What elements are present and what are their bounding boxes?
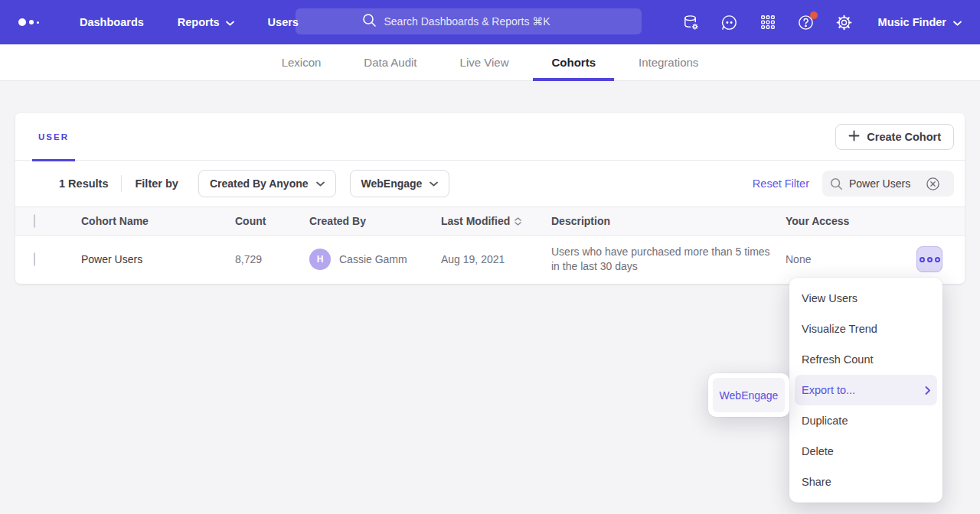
chevron-down-icon <box>953 16 962 28</box>
menu-item-view-users[interactable]: View Users <box>789 283 942 314</box>
plus-icon <box>848 130 860 144</box>
table-row[interactable]: Power Users 8,729 H Cassie Gamm Aug 19, … <box>15 236 965 283</box>
integration-dropdown[interactable]: WebEngage <box>350 170 450 197</box>
filter-by-label: Filter by <box>135 177 178 190</box>
nav-item-dashboards[interactable]: Dashboards <box>80 16 144 28</box>
table-header: Cohort Name Count Created By Last Modifi… <box>15 207 965 236</box>
select-all-checkbox[interactable] <box>34 214 35 228</box>
card-header: USER Create Cohort <box>15 113 965 161</box>
nav-item-reports[interactable]: Reports <box>178 16 234 28</box>
navbar-actions: Music Finder <box>682 13 962 31</box>
created-by-dropdown[interactable]: Created By Anyone <box>198 170 336 197</box>
search-icon <box>830 177 843 190</box>
row-actions-menu: View Users Visualize Trend Refresh Count… <box>789 278 942 503</box>
description-cell: Users who have purchased more than 5 tim… <box>551 245 786 274</box>
tab-integrations[interactable]: Integrations <box>637 44 700 81</box>
project-name: Music Finder <box>878 16 946 28</box>
col-header-count: Count <box>235 215 309 227</box>
chevron-down-icon <box>430 181 438 187</box>
menu-item-duplicate[interactable]: Duplicate <box>789 405 942 436</box>
integration-dropdown-value: WebEngage <box>361 177 423 190</box>
menu-item-visualize-trend[interactable]: Visualize Trend <box>789 314 942 344</box>
tab-live-view[interactable]: Live View <box>459 44 511 81</box>
nav-item-users-label: Users <box>268 16 299 28</box>
tab-cohorts[interactable]: Cohorts <box>550 44 597 81</box>
tab-lexicon[interactable]: Lexicon <box>280 44 323 81</box>
divider <box>121 175 122 192</box>
nav-item-dashboards-label: Dashboards <box>80 16 144 28</box>
help-icon[interactable] <box>797 13 815 31</box>
messages-icon[interactable] <box>720 13 739 31</box>
created-by-dropdown-value: Created By Anyone <box>210 177 309 190</box>
menu-item-delete[interactable]: Delete <box>789 436 942 467</box>
created-by-cell: H Cassie Gamm <box>309 249 441 270</box>
avatar: H <box>309 249 331 270</box>
sort-icon[interactable] <box>514 217 521 226</box>
search-icon <box>362 13 377 31</box>
export-submenu: WebEngage <box>708 373 789 417</box>
menu-item-share[interactable]: Share <box>789 467 942 497</box>
nav-item-users[interactable]: Users <box>268 16 299 28</box>
chevron-right-icon <box>925 386 930 395</box>
notification-badge <box>810 11 818 19</box>
cohort-search[interactable] <box>822 171 954 197</box>
primary-nav: Dashboards Reports Users <box>80 16 299 28</box>
reset-filter-link[interactable]: Reset Filter <box>753 177 809 190</box>
count-cell: 8,729 <box>235 253 309 265</box>
create-cohort-button[interactable]: Create Cohort <box>835 124 954 150</box>
section-tabs: Lexicon Data Audit Live View Cohorts Int… <box>0 44 980 81</box>
chevron-down-icon <box>226 16 234 28</box>
clear-search-icon[interactable] <box>926 177 940 191</box>
col-header-description: Description <box>551 214 786 229</box>
global-search-input[interactable] <box>384 15 576 28</box>
data-management-icon[interactable] <box>682 13 701 31</box>
menu-item-export-to[interactable]: Export to... <box>795 375 937 405</box>
row-actions-button[interactable] <box>916 246 942 272</box>
results-count: 1 Results <box>59 177 108 190</box>
col-header-last-modified-label: Last Modified <box>441 215 510 227</box>
create-cohort-label: Create Cohort <box>867 131 941 143</box>
cohort-search-input[interactable] <box>849 177 920 190</box>
mixpanel-logo-icon[interactable] <box>18 18 54 26</box>
col-header-last-modified[interactable]: Last Modified <box>441 215 551 227</box>
row-checkbox[interactable] <box>34 252 35 266</box>
col-header-your-access: Your Access <box>786 215 916 227</box>
tab-data-audit[interactable]: Data Audit <box>362 44 418 81</box>
submenu-item-webengage[interactable]: WebEngage <box>713 378 785 412</box>
settings-icon[interactable] <box>835 13 854 31</box>
access-cell: None <box>786 253 916 265</box>
col-header-cohort-name: Cohort Name <box>81 215 235 227</box>
chevron-down-icon <box>316 181 325 187</box>
top-navbar: Dashboards Reports Users <box>0 0 980 44</box>
apps-grid-icon[interactable] <box>759 13 777 31</box>
creator-name: Cassie Gamm <box>339 253 407 265</box>
col-header-created-by: Created By <box>309 215 441 227</box>
cohorts-card: USER Create Cohort 1 Results Filter by C… <box>15 113 965 284</box>
menu-item-refresh-count[interactable]: Refresh Count <box>789 344 942 375</box>
menu-item-export-to-label: Export to... <box>802 384 855 396</box>
project-selector[interactable]: Music Finder <box>878 16 962 28</box>
filter-row: 1 Results Filter by Created By Anyone We… <box>15 161 965 207</box>
tab-user[interactable]: USER <box>32 113 75 161</box>
global-search[interactable] <box>296 8 642 34</box>
last-modified-cell: Aug 19, 2021 <box>441 253 551 265</box>
nav-item-reports-label: Reports <box>178 16 220 28</box>
cohort-name-cell[interactable]: Power Users <box>81 253 235 265</box>
